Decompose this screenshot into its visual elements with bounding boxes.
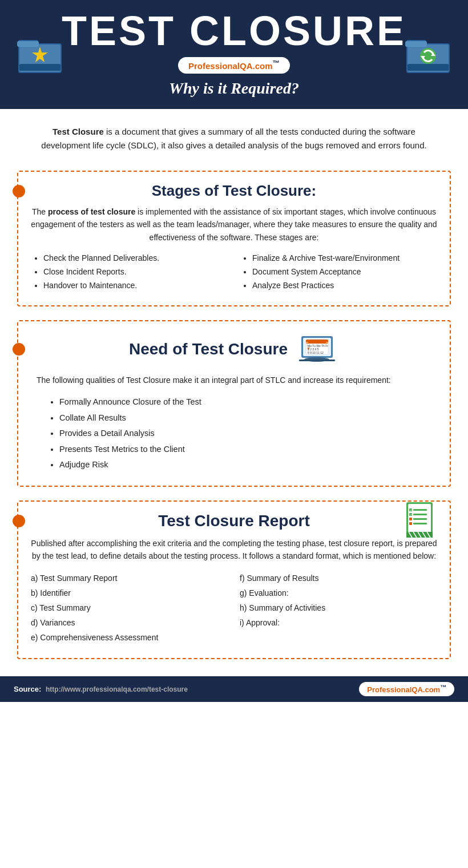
folder-star-icon (17, 35, 63, 75)
stages-header: Stages of Test Closure: (31, 182, 437, 200)
footer-source-url: http://www.professionalqa.com/test-closu… (46, 685, 188, 693)
stages-dot (13, 185, 25, 197)
need-box: Need of Test Closure Mo Tu We Th Fr 1 2 … (17, 320, 451, 487)
report-box: Test Closure Report ✓ ✓ (17, 500, 451, 659)
stages-list: Check the Planned Deliverables. Close In… (31, 252, 437, 292)
svg-rect-29 (413, 509, 427, 511)
logo-qa: QA (240, 61, 253, 71)
stages-description: The process of test closure is implement… (31, 205, 437, 244)
need-title: Need of Test Closure (129, 340, 288, 359)
need-item-3: Provides a Detail Analysis (59, 426, 437, 442)
report-header: Test Closure Report ✓ ✓ (31, 512, 437, 530)
report-list: a) Test Summary Report b) Identifier c) … (31, 571, 437, 645)
report-item-e: e) Comprehensiveness Assessment (31, 631, 228, 645)
need-dot (13, 343, 25, 356)
checklist-icon: ✓ ✓ (402, 501, 437, 541)
page-header: TEST CLOSURE ProfessionalQA.com™ Why is … (0, 0, 468, 109)
svg-rect-3 (17, 41, 39, 47)
svg-text:8   9  10  11  12: 8 9 10 11 12 (308, 351, 324, 354)
svg-rect-32 (413, 523, 427, 524)
stages-box: Stages of Test Closure: The process of t… (17, 171, 451, 306)
intro-text: Test Closure is a document that gives a … (0, 109, 468, 165)
footer-logo-professional: Professional (367, 685, 411, 694)
logo-domain: .com (253, 61, 273, 71)
svg-text:✓: ✓ (410, 508, 412, 512)
svg-rect-4 (19, 64, 60, 71)
need-item-4: Presents Test Metrics to the Client (59, 442, 437, 458)
report-dot (13, 515, 25, 527)
svg-rect-37 (409, 518, 412, 520)
need-header: Need of Test Closure Mo Tu We Th Fr 1 2 … (31, 332, 437, 367)
report-item-g: g) Evaluation: (240, 586, 437, 601)
need-title-block: Need of Test Closure (129, 340, 288, 359)
need-section: Need of Test Closure Mo Tu We Th Fr 1 2 … (0, 318, 468, 498)
need-list: Formally Announce Closure of the Test Co… (31, 394, 437, 473)
need-description: The following qualities of Test Closure … (31, 374, 437, 386)
report-col-1: a) Test Summary Report b) Identifier c) … (31, 571, 228, 645)
stage-item-4: Finalize & Archive Test-ware/Environment (252, 252, 437, 265)
footer-source: Source: http://www.professionalqa.com/te… (14, 685, 188, 693)
refresh-folder-icon (405, 35, 451, 75)
need-item-5: Adjudge Risk (59, 457, 437, 473)
svg-rect-31 (413, 518, 427, 520)
need-item-2: Collate All Results (59, 410, 437, 426)
footer-logo-domain: .com (423, 685, 440, 694)
main-title: TEST CLOSURE (11, 10, 457, 51)
header-subtitle: Why is it Required? (11, 79, 457, 98)
stage-item-6: Analyze Best Practices (252, 279, 437, 293)
report-item-b: b) Identifier (31, 586, 228, 601)
report-item-i: i) Approval: (240, 616, 437, 631)
report-title: Test Closure Report (158, 512, 310, 530)
footer-source-label: Source: (14, 685, 41, 693)
svg-rect-10 (408, 64, 449, 71)
report-item-c: c) Test Summary (31, 601, 228, 616)
report-item-a: a) Test Summary Report (31, 571, 228, 586)
stages-section: Stages of Test Closure: The process of t… (0, 165, 468, 318)
intro-bold: Test Closure (53, 127, 104, 136)
logo-tm: ™ (273, 59, 280, 67)
report-item-f: f) Summary of Results (240, 571, 437, 586)
stages-title: Stages of Test Closure: (152, 182, 316, 200)
stage-item-5: Document System Acceptance (252, 265, 437, 279)
report-col-2: f) Summary of Results g) Evaluation: h) … (240, 571, 437, 645)
header-logo: ProfessionalQA.com™ (178, 57, 290, 74)
svg-rect-30 (413, 514, 427, 515)
stages-col-1: Check the Planned Deliverables. Close In… (31, 252, 228, 292)
calendar-icon: Mo Tu We Th Fr 1 2 3 4 5 8 9 10 11 12 (298, 332, 339, 367)
svg-rect-17 (306, 340, 328, 344)
report-item-d: d) Variances (31, 616, 228, 631)
footer-logo-qa: QA (411, 685, 423, 694)
report-item-h: h) Summary of Activities (240, 601, 437, 616)
need-item-1: Formally Announce Closure of the Test (59, 394, 437, 410)
logo-professional: Professional (188, 61, 240, 71)
stage-item-2: Close Incident Reports. (43, 265, 228, 279)
report-description: Published after accomplishing the exit c… (31, 537, 437, 563)
stages-col-2: Finalize & Archive Test-ware/Environment… (240, 252, 437, 292)
stage-item-1: Check the Planned Deliverables. (43, 252, 228, 265)
page-footer: Source: http://www.professionalqa.com/te… (0, 676, 468, 702)
svg-rect-38 (409, 522, 412, 525)
footer-logo: ProfessionalQA.com™ (359, 682, 454, 696)
svg-text:✓: ✓ (410, 513, 412, 516)
svg-rect-9 (405, 41, 427, 47)
stage-item-3: Handover to Maintenance. (43, 279, 228, 293)
svg-rect-24 (299, 360, 335, 361)
footer-logo-tm: ™ (440, 684, 446, 691)
report-section: Test Closure Report ✓ ✓ (0, 498, 468, 671)
